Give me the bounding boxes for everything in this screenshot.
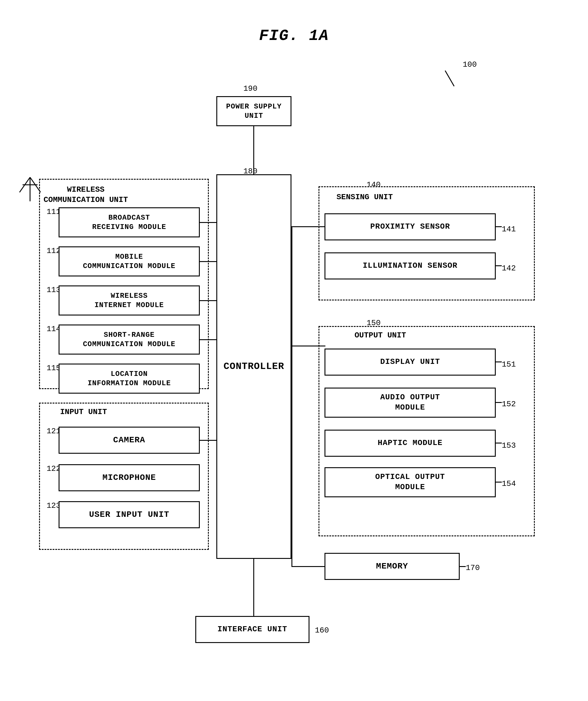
proximity-sensor: PROXIMITY SENSOR (324, 213, 496, 240)
broadcast-module: BROADCASTRECEIVING MODULE (59, 207, 200, 237)
ref-100: 100 (463, 60, 477, 69)
line-mobile (200, 261, 217, 262)
ref-170: 170 (466, 563, 480, 572)
line-prox-r (496, 226, 502, 227)
mobile-module: MOBILECOMMUNICATION MODULE (59, 246, 200, 276)
haptic-module: HAPTIC MODULE (324, 430, 496, 457)
power-supply-unit: POWER SUPPLYUNIT (216, 96, 291, 126)
diag-line-100 (445, 70, 455, 86)
short-range-module: SHORT-RANGECOMMUNICATION MODULE (59, 324, 200, 355)
memory: MEMORY (324, 553, 460, 580)
controller: CONTROLLER (216, 174, 291, 559)
line-shortrange (200, 339, 217, 340)
illumination-sensor: ILLUMINATION SENSOR (324, 252, 496, 279)
figure-title: FIG. 1A (0, 9, 588, 57)
ref-160: 160 (315, 626, 329, 635)
output-unit-label: OUTPUT UNIT (354, 330, 406, 341)
line-memory (291, 566, 325, 567)
ref-152: 152 (502, 400, 516, 409)
antenna-icon (18, 168, 42, 204)
line-ctrl-left (200, 300, 217, 301)
line-camera (200, 440, 217, 441)
ref-154: 154 (502, 479, 516, 488)
interface-unit: INTERFACE UNIT (195, 616, 309, 643)
line-audio-r (496, 402, 502, 403)
line-spine-sensing (291, 226, 325, 227)
wireless-comm-label: WIRELESSCOMMUNICATION UNIT (44, 185, 128, 205)
line-ctrl-iface (253, 559, 254, 617)
line-memory-r (460, 566, 466, 567)
line-disp-r (496, 362, 502, 363)
sensing-unit-label: SENSING UNIT (336, 192, 393, 203)
line-right-spine (291, 226, 292, 567)
ref-153: 153 (502, 441, 516, 450)
wireless-internet-module: WIRELESSINTERNET MODULE (59, 285, 200, 315)
line-broadcast (200, 222, 217, 223)
optical-output-module: OPTICAL OUTPUTMODULE (324, 467, 496, 497)
diagram: FIG. 1A 100 190 POWER SUPPLYUNIT 180 CON… (0, 0, 588, 661)
microphone: MICROPHONE (59, 464, 200, 491)
ref-142: 142 (502, 264, 516, 273)
ref-190: 190 (243, 84, 258, 93)
line-output (291, 345, 325, 346)
line-optical-r (496, 482, 502, 483)
audio-output-module: AUDIO OUTPUTMODULE (324, 388, 496, 418)
input-unit-label: INPUT UNIT (60, 407, 107, 417)
ref-141: 141 (502, 225, 516, 234)
line-haptic-r (496, 443, 502, 444)
display-unit: DISPLAY UNIT (324, 348, 496, 376)
camera: CAMERA (59, 427, 200, 454)
line-illum-r (496, 265, 502, 266)
location-module: LOCATIONINFORMATION MODULE (59, 364, 200, 394)
user-input-unit: USER INPUT UNIT (59, 501, 200, 528)
ref-151: 151 (502, 360, 516, 369)
sensing-unit (318, 186, 535, 300)
